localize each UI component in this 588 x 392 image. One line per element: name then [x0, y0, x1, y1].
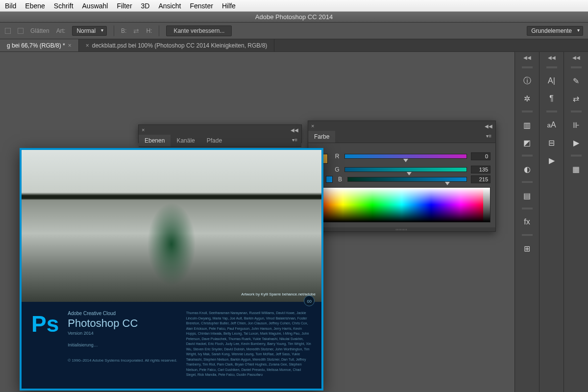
splash-subtitle: Adobe Creative Cloud [68, 311, 177, 316]
document-tabs: g bei 66,7% (RGB/8) * × × deckblatt.psd … [0, 39, 588, 52]
document-tab-2[interactable]: × deckblatt.psd bei 100% (Photoshop CC 2… [79, 39, 275, 51]
menu-hilfe[interactable]: Hilfe [222, 2, 236, 10]
character-styles-icon[interactable]: aA [542, 118, 561, 132]
b-value-input[interactable]: 215 [471, 175, 490, 183]
character-panel-icon[interactable]: A| [542, 74, 561, 88]
gamut-swatch[interactable] [326, 176, 333, 183]
brush-presets-icon[interactable]: ⇄ [567, 92, 586, 105]
panel-menu-icon[interactable]: ▾≡ [288, 135, 301, 147]
paragraph-panel-icon[interactable]: ¶ [542, 92, 561, 105]
menu-ebene[interactable]: Ebene [25, 2, 45, 10]
tab-kanale[interactable]: Kanäle [171, 135, 200, 147]
glatten-checkbox[interactable] [18, 28, 24, 34]
swatches-panel-icon[interactable]: ⊞ [518, 242, 537, 255]
expand-dock-icon[interactable]: ◀◀ [515, 54, 539, 61]
close-panel-icon[interactable]: × [142, 127, 145, 133]
r-label: R [334, 153, 341, 160]
collapse-panel-icon[interactable]: ◀◀ [291, 127, 298, 133]
width-label: B: [121, 27, 126, 34]
art-select[interactable]: Normal [72, 26, 107, 36]
document-tab-1[interactable]: g bei 66,7% (RGB/8) * × [0, 39, 79, 51]
panel-menu-icon[interactable]: ▾≡ [482, 131, 495, 143]
r-slider[interactable] [344, 154, 467, 159]
menu-filter[interactable]: Filter [117, 2, 132, 10]
options-checkbox-1[interactable] [5, 28, 11, 34]
histogram-panel-icon[interactable]: ▥ [518, 118, 537, 132]
art-label: Art: [56, 27, 66, 34]
navigator-panel-icon[interactable]: ✲ [518, 92, 537, 105]
expand-dock-icon[interactable]: ◀◀ [564, 54, 588, 61]
collapse-panel-icon[interactable]: ◀◀ [485, 123, 492, 129]
color-spectrum[interactable] [313, 187, 490, 222]
menu-3d[interactable]: 3D [141, 2, 150, 10]
panel-drag-handle[interactable] [515, 206, 539, 211]
layers-panel[interactable]: × ◀◀ Ebenen Kanäle Pfade ▾≡ [138, 124, 302, 143]
close-tab-icon[interactable]: × [86, 42, 89, 49]
g-value-input[interactable]: 135 [471, 166, 490, 173]
glyphs-panel-icon[interactable]: ⊟ [542, 136, 561, 149]
splash-version: Version 2014 [68, 331, 177, 336]
creative-cloud-badge-icon: ∞ [304, 295, 315, 306]
b-label: B [337, 176, 343, 183]
tool-presets-icon[interactable]: ⊪ [567, 118, 586, 132]
tab-pfade[interactable]: Pfade [201, 135, 228, 147]
main-area: × ◀◀ Ebenen Kanäle Pfade ▾≡ × ◀◀ Farbe ▾… [0, 52, 588, 392]
window-titlebar: Adobe Photoshop CC 2014 [0, 12, 588, 23]
brush-panel-icon[interactable]: ✎ [567, 74, 586, 88]
artwork-credit: Artwork by Kylli Sparre behance.net/adob… [241, 292, 316, 297]
panel-drag-handle[interactable] [564, 109, 588, 114]
panel-drag-handle[interactable] [515, 233, 539, 238]
splash-title: Photoshop CC [68, 317, 177, 330]
color-panel-icon[interactable]: ◐ [518, 162, 537, 176]
panel-drag-handle[interactable] [539, 65, 564, 70]
window-title: Adobe Photoshop CC 2014 [255, 13, 333, 21]
panel-drag-handle[interactable] [515, 153, 539, 158]
workspace-select[interactable]: Grundelemente [527, 26, 583, 36]
panel-resize-grip[interactable] [308, 227, 495, 231]
r-value-input[interactable]: 0 [471, 152, 490, 160]
g-slider[interactable] [344, 167, 467, 172]
clone-source-icon[interactable]: ▶ [567, 136, 586, 149]
separator [159, 25, 159, 36]
photoshop-logo-icon: Ps [31, 311, 59, 378]
expand-dock-icon[interactable]: ◀◀ [539, 54, 564, 61]
styles-panel-icon[interactable]: fx [518, 215, 537, 229]
panel-dock: ◀◀ ⓘ ✲ ▥ ◩ ◐ ▤ fx ⊞ ◀◀ A| ¶ aA ⊟ ▶ [514, 52, 588, 392]
properties-panel-icon[interactable]: ▤ [518, 189, 537, 202]
menu-ansicht[interactable]: Ansicht [158, 2, 181, 10]
adjustments-panel-icon[interactable]: ◩ [518, 136, 537, 149]
panel-drag-handle[interactable] [564, 65, 588, 70]
menu-bild[interactable]: Bild [5, 2, 16, 10]
color-panel[interactable]: × ◀◀ Farbe ▾≡ R 0 G [308, 121, 496, 232]
close-panel-icon[interactable]: × [311, 123, 314, 129]
g-label: G [334, 166, 341, 173]
tab-ebenen[interactable]: Ebenen [139, 135, 171, 147]
swap-wh-icon[interactable]: ⇄ [133, 27, 139, 35]
menu-fenster[interactable]: Fenster [190, 2, 213, 10]
panel-drag-handle[interactable] [564, 153, 588, 158]
b-slider[interactable] [347, 177, 467, 182]
splash-screen: Artwork by Kylli Sparre behance.net/adob… [20, 148, 323, 391]
splash-artwork: Artwork by Kylli Sparre behance.net/adob… [22, 150, 321, 302]
options-bar: Glätten Art: Normal B: ⇄ H: Kante verbes… [0, 23, 588, 39]
panel-drag-handle[interactable] [515, 109, 539, 114]
splash-status: Initialisierung… [68, 343, 177, 347]
tab-farbe[interactable]: Farbe [308, 131, 335, 143]
panel-drag-handle[interactable] [515, 65, 539, 70]
glatten-label: Glätten [30, 27, 49, 34]
close-tab-icon[interactable]: × [68, 42, 72, 49]
macos-menubar: Bild Ebene Schrift Auswahl Filter 3D Ans… [0, 0, 588, 12]
separator [114, 25, 114, 36]
actions-panel-icon[interactable]: ▶ [542, 153, 561, 167]
refine-edge-button[interactable]: Kante verbessern... [166, 25, 232, 36]
menu-auswahl[interactable]: Auswahl [82, 2, 108, 10]
document-tab-label: g bei 66,7% (RGB/8) * [7, 42, 65, 49]
menu-schrift[interactable]: Schrift [54, 2, 74, 10]
canvas-area[interactable]: × ◀◀ Ebenen Kanäle Pfade ▾≡ × ◀◀ Farbe ▾… [0, 52, 514, 392]
layer-comps-icon[interactable]: ▦ [567, 162, 586, 176]
panel-drag-handle[interactable] [539, 109, 564, 114]
splash-credits: Thomas Knoll, Seetharaman Narayanan, Rus… [186, 311, 312, 378]
info-panel-icon[interactable]: ⓘ [518, 74, 537, 88]
splash-copyright: © 1990–2014 Adobe Systems Incorporated. … [68, 358, 177, 363]
panel-drag-handle[interactable] [515, 180, 539, 185]
